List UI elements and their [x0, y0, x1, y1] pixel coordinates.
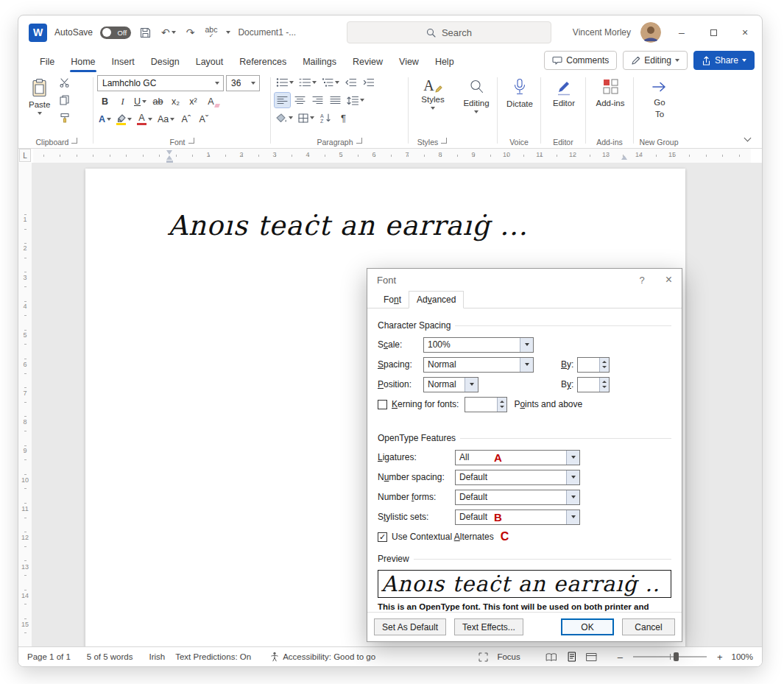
italic-button[interactable]: I [115, 94, 130, 109]
justify-button[interactable] [328, 93, 343, 107]
align-right-button[interactable] [310, 93, 325, 107]
clear-formatting-button[interactable]: A [203, 94, 219, 109]
change-case-button[interactable]: Aa [156, 112, 176, 127]
share-button[interactable]: Share [693, 51, 755, 70]
text-effects-dialog-button[interactable]: Text Effects... [454, 618, 523, 635]
document-text[interactable]: Anoıs teaċt an earraıġ ... [168, 210, 528, 241]
search-box[interactable]: Search [347, 21, 551, 43]
page-indicator[interactable]: Page 1 of 1 [27, 652, 71, 661]
ribbon-collapse-chevron-icon[interactable] [744, 135, 752, 142]
dialog-close-button[interactable]: × [665, 273, 672, 286]
tab-stop-selector[interactable]: L [19, 149, 31, 162]
word-count[interactable]: 5 of 5 words [87, 652, 133, 661]
editor-button[interactable]: Editor [548, 75, 579, 135]
spacing-combo[interactable]: Normal [423, 357, 534, 373]
dictate-button[interactable]: Dictate [502, 75, 537, 135]
user-avatar[interactable] [640, 22, 661, 43]
ligatures-combo[interactable]: AllA [455, 450, 580, 465]
bullets-button[interactable] [275, 75, 295, 90]
font-color-button[interactable]: A [135, 112, 154, 127]
spinner-arrows-icon[interactable] [599, 378, 609, 392]
autosave-toggle[interactable]: Off [100, 27, 131, 39]
zoom-in-button[interactable]: + [717, 652, 723, 663]
position-by-spinner[interactable] [577, 377, 610, 392]
word-logo-icon[interactable]: W [29, 24, 47, 42]
position-combo[interactable]: Normal [423, 377, 478, 392]
dialog-tab-font[interactable]: Font [376, 292, 409, 308]
chevron-down-icon[interactable] [566, 451, 579, 465]
font-size-combo[interactable]: 36 [226, 75, 260, 91]
multilevel-list-button[interactable] [320, 75, 341, 90]
font-name-combo[interactable]: Lamhchlo GC [97, 75, 224, 91]
underline-button[interactable]: U [133, 94, 148, 109]
tab-design[interactable]: Design [143, 52, 188, 71]
addins-button[interactable]: Add-ins [592, 75, 629, 135]
tab-insert[interactable]: Insert [104, 52, 143, 71]
goto-button[interactable]: Go To [646, 75, 673, 135]
web-layout-button[interactable] [586, 652, 597, 662]
vertical-ruler[interactable]: 123456789101112131415 [18, 163, 32, 646]
format-painter-button[interactable] [57, 110, 72, 125]
horizontal-ruler[interactable]: 123456789101112131415 [33, 149, 751, 163]
tab-help[interactable]: Help [427, 52, 462, 71]
tab-references[interactable]: References [231, 52, 294, 71]
superscript-button[interactable]: x² [186, 94, 201, 109]
kerning-spinner[interactable] [465, 397, 507, 412]
save-button[interactable] [138, 26, 152, 40]
dialog-tab-advanced[interactable]: Advanced [409, 291, 464, 308]
tab-home[interactable]: Home [63, 52, 103, 71]
right-indent-marker[interactable] [621, 155, 627, 160]
accessibility-status[interactable]: Accessibility: Good to go [283, 652, 375, 661]
spacing-by-spinner[interactable] [577, 357, 610, 373]
stylistic-sets-combo[interactable]: DefaultB [455, 510, 580, 525]
zoom-slider-handle[interactable] [674, 652, 679, 661]
align-left-button[interactable] [275, 93, 290, 107]
styles-dialog-launcher[interactable] [441, 138, 447, 144]
strikethrough-button[interactable]: ab [150, 94, 166, 109]
shading-button[interactable] [275, 110, 294, 125]
number-forms-combo[interactable]: Default [455, 490, 580, 505]
numbering-button[interactable] [297, 75, 318, 90]
font-dialog-launcher[interactable] [188, 138, 194, 144]
close-button[interactable]: × [734, 21, 756, 43]
spinner-arrows-icon[interactable] [497, 398, 506, 412]
sort-button[interactable]: AZ [318, 110, 333, 125]
minimize-button[interactable]: – [671, 21, 693, 43]
first-line-indent-marker[interactable] [166, 150, 172, 155]
chevron-down-icon[interactable] [520, 338, 533, 352]
borders-button[interactable] [297, 110, 316, 125]
editing-button[interactable]: Editing [459, 75, 493, 135]
editing-mode-button[interactable]: Editing [623, 51, 688, 70]
paste-button[interactable]: Paste [24, 75, 54, 135]
zoom-slider[interactable] [633, 656, 707, 657]
cut-button[interactable] [57, 75, 72, 90]
line-spacing-button[interactable] [345, 93, 366, 107]
number-spacing-combo[interactable]: Default [455, 470, 580, 485]
bold-button[interactable]: B [97, 94, 113, 109]
paragraph-dialog-launcher[interactable] [356, 138, 362, 144]
kerning-checkbox[interactable] [378, 400, 387, 409]
focus-button[interactable]: Focus [497, 652, 520, 661]
paragraph-mark-button[interactable]: ¶ [336, 110, 351, 125]
zoom-level[interactable]: 100% [732, 652, 753, 661]
clipboard-dialog-launcher[interactable] [71, 138, 77, 144]
maximize-button[interactable] [702, 21, 724, 43]
tab-view[interactable]: View [391, 52, 427, 71]
comments-button[interactable]: Comments [544, 51, 617, 70]
hanging-indent-marker[interactable] [166, 155, 172, 160]
dialog-titlebar[interactable]: Font ? × [367, 269, 682, 291]
user-name[interactable]: Vincent Morley [573, 27, 631, 38]
tab-mailings[interactable]: Mailings [294, 52, 345, 71]
styles-button[interactable]: A Styles [417, 75, 448, 135]
print-layout-button[interactable] [567, 652, 577, 662]
language-indicator[interactable]: Irish [149, 652, 165, 661]
ok-button[interactable]: OK [561, 618, 614, 635]
spinner-arrows-icon[interactable] [599, 358, 609, 372]
text-predictions-indicator[interactable]: Text Predictions: On [175, 652, 251, 661]
grow-font-button[interactable]: Aˆ [178, 112, 194, 127]
read-mode-button[interactable] [545, 652, 558, 662]
shrink-font-button[interactable]: Aˇ [196, 112, 211, 127]
set-as-default-button[interactable]: Set As Default [374, 618, 446, 635]
contextual-alternates-checkbox[interactable]: ✓ [378, 532, 387, 542]
zoom-out-button[interactable]: – [618, 652, 623, 663]
